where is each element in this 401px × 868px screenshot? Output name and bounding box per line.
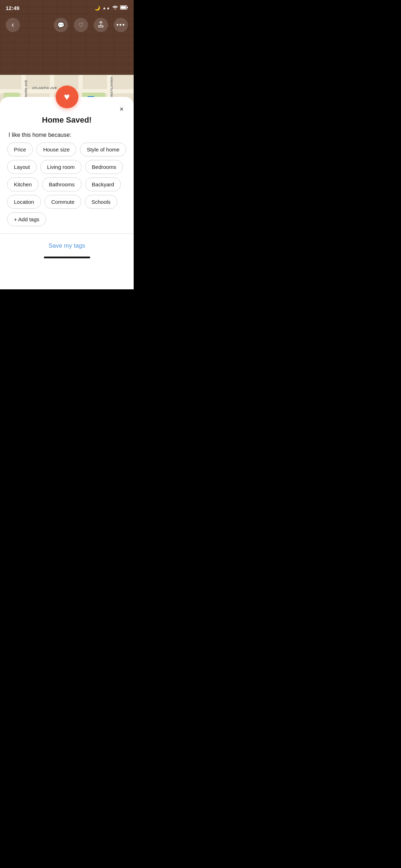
message-button[interactable]: 💬 [54,18,68,32]
moon-icon: 🌙 [94,5,100,11]
status-bar: 12:49 🌙 ▲▲ [0,0,134,16]
close-icon: × [119,105,124,113]
tag-location[interactable]: Location [7,195,41,209]
tag-layout[interactable]: Layout [7,160,37,174]
modal-title: Home Saved! [0,115,134,125]
tag-commute[interactable]: Commute [45,195,81,209]
close-button[interactable]: × [115,103,128,115]
home-indicator [44,257,90,258]
modal-subtitle: I like this home because: [9,132,125,138]
tag-living-room[interactable]: Living room [40,160,82,174]
svg-rect-2 [127,7,128,8]
tag-schools[interactable]: Schools [85,195,117,209]
status-time: 12:49 [6,5,19,11]
heart-icon: ♡ [78,21,84,29]
tags-container: PriceHouse sizeStyle of homeLayoutLiving… [0,143,134,226]
status-icons: 🌙 ▲▲ [94,5,128,11]
tag-style-of-home[interactable]: Style of home [80,143,126,156]
atlantic-ave-label: ATLANTIC AVE [32,86,57,90]
tag-price[interactable]: Price [7,143,33,156]
right-actions: 💬 ♡ ••• [54,18,128,32]
message-icon: 💬 [57,22,65,29]
signal-icon: ▲▲ [102,6,110,10]
back-icon: ‹ [11,20,14,30]
save-tags-button[interactable]: Save my tags [0,241,134,251]
favorite-button[interactable]: ♡ [74,18,88,32]
tag-backyard[interactable]: Backyard [85,177,121,191]
share-icon [98,21,104,29]
svg-rect-1 [121,6,126,9]
battery-icon [120,5,128,11]
heart-fab-icon: ♥ [64,92,70,102]
tag-kitchen[interactable]: Kitchen [7,177,38,191]
divider [0,233,134,234]
wifi-icon [112,5,118,11]
more-icon: ••• [117,21,125,29]
more-button[interactable]: ••• [114,18,128,32]
home-saved-modal: ♥ × Home Saved! I like this home because… [0,97,134,289]
tag-bedrooms[interactable]: Bedrooms [85,160,123,174]
add-tags-button[interactable]: + Add tags [7,212,46,226]
tag-house-size[interactable]: House size [36,143,76,156]
share-button[interactable] [94,18,108,32]
tag-bathrooms[interactable]: Bathrooms [42,177,82,191]
back-button[interactable]: ‹ [6,18,20,32]
heart-fab: ♥ [56,86,78,108]
top-action-bar: ‹ 💬 ♡ ••• [0,18,134,32]
